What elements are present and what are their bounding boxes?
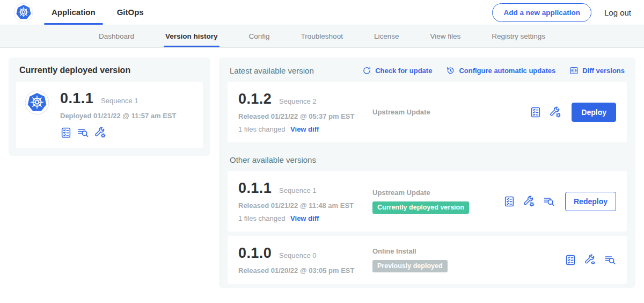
version-source: Online Install Previously deployed bbox=[372, 247, 565, 272]
deployed-timestamp: Deployed 01/21/22 @ 11:57 am EST bbox=[60, 112, 176, 120]
deployed-version-number: 0.1.1 bbox=[60, 90, 93, 107]
add-application-button[interactable]: Add a new application bbox=[492, 3, 591, 22]
refresh-icon bbox=[362, 66, 371, 75]
version-card-0-1-2: 0.1.2 Sequence 2 Released 01/21/22 @ 05:… bbox=[228, 82, 627, 142]
preflight-checks-icon[interactable] bbox=[503, 196, 515, 207]
check-for-update-label: Check for update bbox=[375, 67, 432, 75]
deployed-sequence-label: Sequence 1 bbox=[101, 97, 138, 105]
diff-versions-label: Diff versions bbox=[582, 67, 625, 75]
deployed-version-info: 0.1.1 Sequence 1 Deployed 01/21/22 @ 11:… bbox=[60, 90, 176, 139]
app-sub-nav: Dashboard Version history Config Trouble… bbox=[0, 25, 644, 48]
tab-view-files[interactable]: View files bbox=[414, 25, 476, 47]
diff-versions-link[interactable]: Diff versions bbox=[569, 66, 625, 75]
version-info: 0.1.0 Sequence 0 Released 01/20/22 @ 03:… bbox=[238, 245, 372, 275]
files-changed-label: 1 files changed bbox=[238, 125, 285, 133]
previously-deployed-badge: Previously deployed bbox=[372, 260, 448, 272]
logout-button[interactable]: Log out bbox=[604, 8, 631, 17]
version-card-0-1-0: 0.1.0 Sequence 0 Released 01/20/22 @ 03:… bbox=[228, 236, 627, 284]
version-actions: Check for update Configure automatic upd… bbox=[362, 66, 625, 75]
version-info: 0.1.1 Sequence 1 Released 01/21/22 @ 11:… bbox=[238, 180, 372, 222]
released-timestamp: Released 01/21/22 @ 05:37 pm EST bbox=[238, 112, 372, 120]
tab-registry-settings[interactable]: Registry settings bbox=[476, 25, 561, 47]
diff-icon bbox=[569, 66, 579, 75]
version-source: Upstream Update bbox=[372, 108, 530, 116]
tab-license[interactable]: License bbox=[358, 25, 415, 47]
tab-config[interactable]: Config bbox=[233, 25, 286, 47]
released-timestamp: Released 01/20/22 @ 03:05 pm EST bbox=[238, 266, 372, 275]
config-view-icon[interactable] bbox=[584, 254, 596, 266]
schedule-update-icon bbox=[446, 66, 455, 75]
app-kubernetes-icon bbox=[25, 90, 49, 115]
latest-version-header: Latest available version Check for updat… bbox=[228, 64, 627, 82]
top-nav-right: Add a new application Log out bbox=[492, 3, 631, 22]
deploy-button[interactable]: Deploy bbox=[572, 103, 616, 122]
config-icon[interactable] bbox=[523, 196, 535, 207]
preflight-checks-icon[interactable] bbox=[60, 127, 72, 139]
release-notes-icon[interactable] bbox=[543, 196, 555, 207]
top-nav: Application GitOps Add a new application… bbox=[0, 0, 644, 25]
sequence-label: Sequence 1 bbox=[279, 186, 316, 194]
source-label: Upstream Update bbox=[372, 108, 530, 116]
version-history-panel: Latest available version Check for updat… bbox=[219, 57, 635, 288]
kubernetes-logo-icon[interactable] bbox=[14, 3, 33, 22]
configure-automatic-updates-link[interactable]: Configure automatic updates bbox=[446, 66, 555, 75]
configure-automatic-updates-label: Configure automatic updates bbox=[459, 67, 555, 75]
top-tab-gitops-label: GitOps bbox=[117, 8, 144, 17]
source-label: Online Install bbox=[372, 247, 565, 255]
sequence-label: Sequence 2 bbox=[279, 97, 316, 105]
release-notes-icon[interactable] bbox=[77, 127, 89, 139]
tab-version-history[interactable]: Version history bbox=[150, 25, 233, 47]
config-icon[interactable] bbox=[94, 127, 106, 139]
version-info: 0.1.2 Sequence 2 Released 01/21/22 @ 05:… bbox=[238, 91, 372, 133]
currently-deployed-panel: Currently deployed version 0.1.1 Sequenc… bbox=[9, 57, 210, 156]
tab-dashboard[interactable]: Dashboard bbox=[83, 25, 150, 47]
view-diff-link[interactable]: View diff bbox=[290, 125, 319, 133]
other-versions-title: Other available versions bbox=[230, 155, 625, 164]
latest-version-title: Latest available version bbox=[230, 66, 314, 75]
source-label: Upstream Update bbox=[372, 189, 503, 197]
version-actions: Deploy bbox=[530, 103, 616, 122]
released-timestamp: Released 01/21/22 @ 11:48 am EST bbox=[238, 201, 372, 210]
redeploy-button[interactable]: Redeploy bbox=[565, 192, 616, 211]
main-content: Currently deployed version 0.1.1 Sequenc… bbox=[0, 48, 644, 298]
top-tab-application-label: Application bbox=[52, 8, 96, 17]
tab-troubleshoot[interactable]: Troubleshoot bbox=[286, 25, 358, 47]
sequence-label: Sequence 0 bbox=[279, 251, 316, 259]
preflight-checks-icon[interactable] bbox=[565, 254, 576, 266]
check-for-update-link[interactable]: Check for update bbox=[362, 66, 432, 75]
release-notes-icon[interactable] bbox=[604, 254, 616, 266]
view-diff-link[interactable]: View diff bbox=[290, 214, 319, 222]
version-number: 0.1.0 bbox=[238, 245, 272, 262]
version-number: 0.1.1 bbox=[238, 180, 272, 197]
version-actions bbox=[565, 254, 616, 266]
currently-deployed-title: Currently deployed version bbox=[19, 66, 203, 75]
currently-deployed-badge: Currently deployed version bbox=[372, 201, 469, 214]
top-tab-gitops[interactable]: GitOps bbox=[109, 0, 151, 25]
version-card-0-1-1: 0.1.1 Sequence 1 Released 01/21/22 @ 11:… bbox=[228, 171, 627, 232]
top-tab-application[interactable]: Application bbox=[44, 0, 103, 25]
deployed-version-card: 0.1.1 Sequence 1 Deployed 01/21/22 @ 11:… bbox=[16, 82, 203, 148]
version-actions: Redeploy bbox=[503, 192, 616, 211]
files-changed-label: 1 files changed bbox=[238, 214, 285, 222]
version-source: Upstream Update Currently deployed versi… bbox=[372, 189, 503, 214]
config-icon[interactable] bbox=[550, 106, 561, 118]
version-number: 0.1.2 bbox=[238, 91, 272, 107]
preflight-checks-icon[interactable] bbox=[530, 106, 541, 118]
